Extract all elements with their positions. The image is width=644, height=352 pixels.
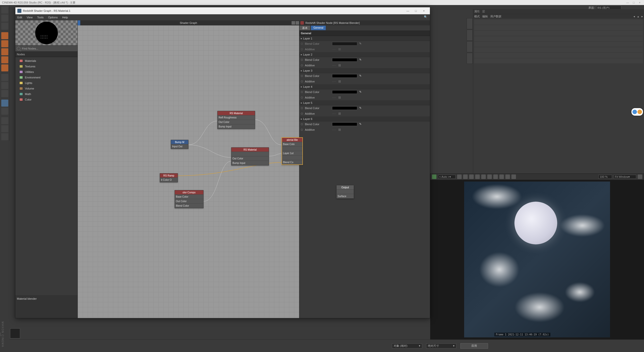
node-header[interactable]: Output	[337, 185, 354, 189]
param-bullet[interactable]	[301, 64, 303, 66]
category-color[interactable]: Color	[15, 97, 77, 102]
vtab-icon[interactable]	[467, 18, 473, 29]
canvas-opt-icon[interactable]	[296, 21, 299, 25]
render-icon[interactable]	[505, 174, 510, 179]
eyedropper-icon[interactable]: ✎	[359, 74, 363, 78]
color-swatch[interactable]	[332, 58, 357, 62]
param-bullet[interactable]	[301, 48, 303, 50]
param-bullet[interactable]	[301, 123, 303, 125]
category-math[interactable]: Math	[15, 91, 77, 97]
menu-tools[interactable]: Tools	[37, 16, 44, 19]
tool-icon[interactable]	[1, 82, 8, 89]
tab-basic[interactable]: 基本	[299, 25, 310, 30]
tool-icon[interactable]	[1, 100, 8, 107]
layer-group[interactable]: Layer 6	[299, 116, 430, 121]
node-port[interactable]: Input Out	[171, 144, 188, 149]
dialog-minimize-button[interactable]: —	[404, 8, 412, 14]
node-port[interactable]: Out Color	[231, 156, 269, 161]
node-ramp[interactable]: RS Rampit Color O	[160, 173, 178, 182]
tool-icon[interactable]	[1, 40, 8, 47]
node-port[interactable]: Refl Roughness	[218, 115, 255, 120]
render-icon[interactable]	[469, 174, 474, 179]
object-mode-dropdown[interactable]: 对象 (相对)▾	[392, 343, 422, 348]
snowflake-icon[interactable]	[475, 174, 480, 179]
node-output[interactable]: OutputSurface	[336, 185, 354, 199]
menu-help[interactable]: Help	[62, 16, 68, 19]
node-port[interactable]: Out Color	[218, 120, 255, 124]
checkbox[interactable]	[338, 96, 341, 99]
shader-graph-canvas[interactable]: Bump MInput OutRS Rampit Color Oolor Com…	[78, 25, 299, 318]
vtab-icon[interactable]	[467, 41, 473, 52]
eyedropper-icon[interactable]: ✎	[359, 122, 363, 126]
color-swatch[interactable]	[332, 42, 357, 46]
color-swatch[interactable]	[332, 122, 357, 126]
node-port[interactable]: Out Color	[175, 199, 203, 203]
render-canvas[interactable]: Frame 1 2021-12-11 13:46:19 (7.02s)	[430, 180, 644, 339]
attr-menu-edit[interactable]: 编辑	[482, 15, 488, 18]
node-header[interactable]: RS Material	[231, 148, 269, 152]
tool-icon[interactable]	[1, 108, 8, 115]
search-icon[interactable]: 🔍	[424, 15, 428, 19]
node-header[interactable]: Bump M	[171, 140, 188, 144]
material-preview[interactable]	[15, 20, 77, 46]
node-port[interactable]	[282, 146, 302, 151]
param-bullet[interactable]	[301, 59, 303, 61]
node-rsmat2[interactable]: RS MaterialOut ColorBump Input	[231, 147, 269, 165]
find-nodes-input[interactable]: Find Nodes...	[15, 46, 77, 52]
node-port[interactable]	[231, 152, 269, 156]
canvas-opt-icon[interactable]	[292, 21, 295, 25]
layer-group[interactable]: Layer 4	[299, 84, 430, 89]
color-swatch[interactable]	[332, 106, 357, 110]
eyedropper-icon[interactable]: ✎	[359, 106, 363, 110]
tool-icon[interactable]	[1, 117, 8, 124]
maximize-button[interactable]: □	[631, 1, 636, 4]
node-port[interactable]: Bump Input	[231, 161, 269, 165]
param-bullet[interactable]	[301, 107, 303, 109]
tab-attributes[interactable]: 属性	[474, 10, 480, 13]
circle-icon[interactable]	[487, 174, 492, 179]
node-rsmat1[interactable]: RS MaterialRefl RoughnessOut ColorBump I…	[217, 111, 255, 129]
nav-back-icon[interactable]: ◂	[633, 15, 635, 18]
param-bullet[interactable]	[301, 129, 303, 131]
menu-options[interactable]: Options	[48, 16, 58, 19]
section-general[interactable]: General	[299, 30, 430, 36]
vtab-icon[interactable]	[467, 53, 473, 64]
render-icon[interactable]	[493, 174, 498, 179]
category-volume[interactable]: Volume	[15, 86, 77, 91]
render-icon[interactable]	[463, 174, 468, 179]
floating-badge[interactable]	[631, 108, 643, 116]
tool-icon[interactable]	[1, 23, 8, 30]
close-button[interactable]: ×	[637, 1, 642, 4]
menu-view[interactable]: View	[27, 16, 33, 19]
tab-general[interactable]: General	[311, 25, 326, 30]
tool-icon[interactable]	[1, 90, 8, 97]
checkbox[interactable]	[338, 48, 341, 51]
node-port[interactable]: Base Color	[175, 194, 203, 199]
category-environment[interactable]: Environment	[15, 75, 77, 80]
checkbox[interactable]	[338, 80, 341, 83]
material-thumbnail[interactable]	[10, 328, 20, 338]
node-header[interactable]: aterial Ble	[282, 138, 302, 142]
param-bullet[interactable]	[301, 91, 303, 93]
layer-group[interactable]: Layer 5	[299, 100, 430, 105]
checkbox[interactable]	[338, 64, 341, 67]
node-port[interactable]: Blend Color	[175, 203, 203, 208]
size-mode-dropdown[interactable]: 绝对尺寸▾	[426, 343, 456, 348]
param-bullet[interactable]	[301, 113, 303, 115]
zoom-dropdown[interactable]: 100 %	[598, 175, 612, 179]
tool-icon[interactable]	[1, 74, 8, 81]
category-materials[interactable]: Materials	[15, 58, 77, 64]
dialog-title-bar[interactable]: Redshift Shader Graph - RS Material.1 — …	[15, 7, 430, 14]
node-bump[interactable]: Bump MInput Out	[171, 140, 188, 149]
nav-fwd-icon[interactable]: ▸	[641, 15, 643, 18]
tool-icon[interactable]	[1, 48, 8, 55]
category-textures[interactable]: Textures	[15, 64, 77, 69]
lock-icon[interactable]	[457, 174, 462, 179]
node-matblend[interactable]: aterial BleBase ColoLayer 1utBlend Co	[281, 137, 303, 165]
undo-tool-icon[interactable]	[1, 7, 8, 14]
node-port[interactable]	[337, 189, 354, 194]
node-header[interactable]: olor Compo	[175, 190, 203, 194]
checkbox[interactable]	[338, 112, 341, 115]
category-utilities[interactable]: Utilities	[15, 69, 77, 75]
color-swatch[interactable]	[332, 74, 357, 78]
